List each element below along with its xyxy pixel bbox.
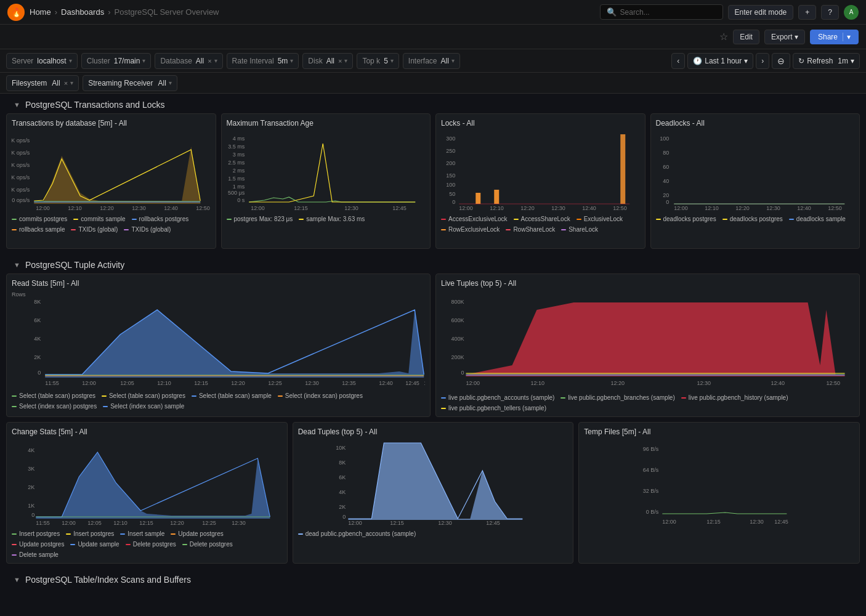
svg-text:40: 40	[663, 178, 669, 184]
svg-text:2K: 2K	[28, 484, 34, 490]
svg-text:12:15: 12:15	[139, 520, 153, 526]
edit-button[interactable]: Edit	[733, 30, 759, 44]
svg-text:12:15: 12:15	[294, 205, 308, 211]
svg-text:12:40: 12:40	[379, 380, 393, 386]
panel-dead-tuples: Dead Tuples (top 5) - All 10K 8K 6K 4K 2…	[293, 422, 574, 564]
change-stats-legend: Insert postgres Insert postgres Insert s…	[12, 530, 282, 558]
refresh-button[interactable]: ↻ Refresh 1m ▾	[793, 53, 860, 69]
svg-text:12:30: 12:30	[750, 519, 764, 525]
svg-text:80: 80	[663, 150, 669, 156]
zoom-out-button[interactable]: ⊖	[772, 53, 790, 69]
refresh-icon: ↻	[798, 57, 804, 65]
collapse-icon[interactable]: ▼	[14, 101, 20, 108]
panel-temp-files-title: Temp Files [5m] - All	[584, 428, 854, 436]
svg-text:1K ops/s: 1K ops/s	[12, 187, 30, 193]
svg-marker-71	[45, 310, 424, 378]
interface-filter[interactable]: Interface All ▾	[403, 53, 460, 69]
panel-live-tuples: Live Tuples (top 5) - All 800K 600K 400K…	[435, 274, 860, 417]
svg-text:12:00: 12:00	[459, 205, 473, 211]
svg-text:12:00: 12:00	[36, 205, 50, 211]
svg-text:96 B/s: 96 B/s	[643, 446, 659, 452]
svg-text:6K: 6K	[34, 317, 41, 323]
panel-read-stats-title: Read Stats [5m] - All	[12, 279, 425, 288]
svg-text:12:25: 12:25	[268, 380, 282, 386]
svg-text:11:55: 11:55	[45, 380, 59, 386]
breadcrumb-home[interactable]: Home	[30, 7, 51, 17]
svg-text:4K: 4K	[34, 336, 41, 342]
svg-text:3K: 3K	[28, 466, 34, 472]
svg-text:12:30: 12:30	[305, 380, 319, 386]
add-panel-button[interactable]: +	[798, 5, 816, 20]
panel-deadlocks: Deadlocks - All 100 80 60 40 20 0 12:00 …	[650, 113, 860, 249]
search-icon: 🔍	[607, 7, 617, 17]
rate-interval-filter[interactable]: Rate Interval 5m ▾	[227, 53, 299, 69]
filter-bar: Server localhost ▾ Cluster 17/main ▾ Dat…	[0, 49, 866, 73]
time-range-button[interactable]: 🕐 Last 1 hour ▾	[687, 53, 753, 69]
row-transactions: Transactions by database [5m] - All 5K o…	[6, 113, 860, 249]
svg-text:12:40: 12:40	[164, 205, 178, 211]
panel-locks: Locks - All 300 250 200 150 100 50 0 12:…	[435, 113, 645, 249]
svg-text:12:45: 12:45	[486, 520, 500, 526]
svg-text:12:10: 12:10	[113, 520, 127, 526]
enter-edit-mode-button[interactable]: Enter edit mode	[728, 5, 794, 20]
collapse-icon-3[interactable]: ▼	[14, 576, 20, 583]
topk-filter[interactable]: Top k 5 ▾	[357, 53, 399, 69]
cluster-filter[interactable]: Cluster 17/main ▾	[81, 53, 152, 69]
svg-text:60: 60	[663, 164, 669, 170]
database-filter[interactable]: Database All × ▾	[155, 53, 222, 69]
svg-text:3.5 ms: 3.5 ms	[228, 144, 245, 150]
collapse-icon-2[interactable]: ▼	[14, 261, 20, 269]
share-button[interactable]: Share▾	[810, 30, 859, 44]
top-nav-right: 🔍 Search... Enter edit mode + ? A	[600, 4, 859, 20]
svg-text:12:00: 12:00	[251, 205, 265, 211]
svg-text:0: 0	[452, 199, 455, 205]
svg-text:12:15: 12:15	[390, 520, 404, 526]
svg-text:12:20: 12:20	[231, 380, 245, 386]
disk-filter[interactable]: Disk All × ▾	[302, 53, 353, 69]
deadlocks-legend: deadlocks postgres deadlocks postgres de…	[656, 216, 855, 222]
section-tuple-title: PostgreSQL Tuple Activity	[25, 260, 124, 270]
svg-text:3K ops/s: 3K ops/s	[12, 162, 30, 168]
svg-text:400K: 400K	[451, 336, 464, 342]
favorite-icon[interactable]: ☆	[719, 31, 728, 43]
top-nav: 🔥 Home › Dashboards › PostgreSQL Server …	[0, 0, 866, 25]
svg-text:1K: 1K	[28, 503, 34, 509]
panel-change-stats-title: Change Stats [5m] - All	[12, 428, 282, 436]
time-prev-button[interactable]: ‹	[671, 53, 685, 69]
svg-text:100: 100	[660, 136, 669, 142]
svg-text:12:50: 12:50	[828, 205, 842, 211]
svg-text:12:10: 12:10	[157, 380, 171, 386]
svg-text:12:30: 12:30	[344, 205, 358, 211]
export-button[interactable]: Export ▾	[764, 30, 805, 44]
time-next-button[interactable]: ›	[756, 53, 769, 69]
search-bar[interactable]: 🔍 Search...	[600, 4, 723, 20]
svg-text:12:20: 12:20	[100, 205, 114, 211]
svg-marker-109	[348, 443, 522, 520]
read-stats-chart: 8K 6K 4K 2K 0 11:55 12:00 12:05 12:10 12…	[28, 291, 425, 390]
row-change-dead-temp: Change Stats [5m] - All 4K 3K 2K 1K 0 11…	[6, 422, 860, 564]
svg-marker-98	[36, 452, 270, 519]
svg-text:12:10: 12:10	[490, 205, 504, 211]
panel-live-tuples-title: Live Tuples (top 5) - All	[441, 279, 854, 288]
panel-max-txn-title: Maximum Transaction Age	[227, 119, 426, 128]
svg-text:12:00: 12:00	[663, 519, 677, 525]
svg-text:1 ms: 1 ms	[232, 184, 245, 190]
svg-text:12:15: 12:15	[707, 519, 721, 525]
transactions-legend: commits postgres commits sample rollback…	[12, 216, 211, 233]
section-transactions-title: PostgreSQL Transactions and Locks	[25, 100, 165, 110]
time-controls: ‹ 🕐 Last 1 hour ▾ › ⊖ ↻ Refresh 1m ▾	[671, 53, 860, 69]
svg-text:2K: 2K	[339, 504, 346, 510]
svg-rect-41	[620, 134, 625, 204]
help-button[interactable]: ?	[821, 5, 839, 20]
breadcrumb-dashboards[interactable]: Dashboards	[61, 7, 104, 17]
temp-files-chart: 96 B/s 64 B/s 32 B/s 0 B/s 12:00 12:15 1…	[584, 440, 854, 526]
filesystem-filter[interactable]: Filesystem All × ▾	[6, 75, 79, 91]
svg-text:200K: 200K	[451, 354, 464, 360]
svg-text:800K: 800K	[451, 299, 464, 305]
streaming-filter[interactable]: Streaming Receiver All ▾	[83, 75, 177, 91]
live-tuples-chart: 800K 600K 400K 200K 0 12:00 12:10 12:20 …	[441, 291, 854, 390]
svg-text:12:05: 12:05	[87, 520, 102, 526]
svg-text:12:30: 12:30	[232, 520, 246, 526]
server-filter[interactable]: Server localhost ▾	[6, 53, 78, 69]
svg-rect-40	[494, 190, 499, 204]
